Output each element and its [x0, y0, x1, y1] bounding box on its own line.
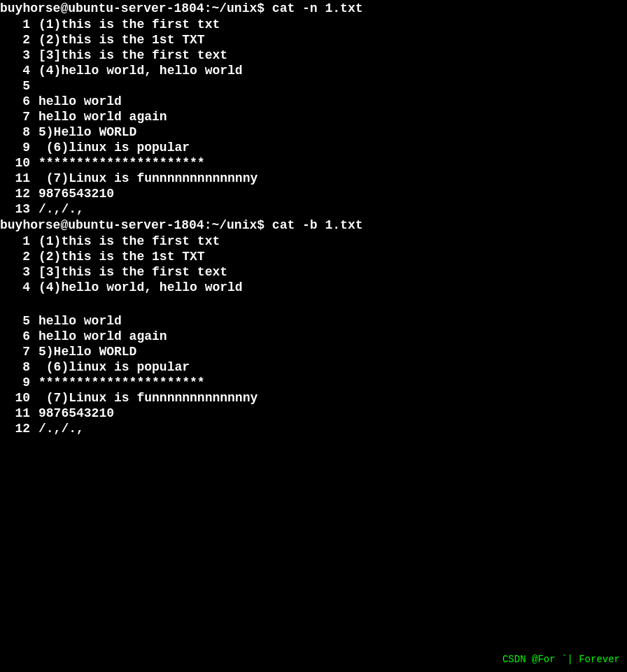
- table-row: 1(1)this is the first txt: [0, 17, 627, 32]
- table-row: 10 (7)Linux is funnnnnnnnnnnnny: [0, 390, 627, 406]
- prompt-line-2: buyhorse@ubuntu-server-1804:~/unix$ cat …: [0, 217, 627, 234]
- terminal-window: buyhorse@ubuntu-server-1804:~/unix$ cat …: [0, 0, 627, 436]
- line-number: 1: [0, 17, 38, 31]
- line-number: 12: [0, 187, 38, 201]
- line-content: (2)this is the 1st TXT: [38, 33, 205, 47]
- table-row: 5hello world: [0, 313, 627, 329]
- table-row: 2(2)this is the 1st TXT: [0, 32, 627, 48]
- line-content: (1)this is the first txt: [38, 234, 220, 248]
- watermark: CSDN @For `| Forever: [502, 654, 620, 665]
- line-content: 5)Hello WORLD: [38, 345, 136, 359]
- table-row: 75)Hello WORLD: [0, 344, 627, 359]
- line-number: 10: [0, 391, 38, 405]
- table-row: 6hello world: [0, 94, 627, 109]
- table-row: 2(2)this is the 1st TXT: [0, 249, 627, 264]
- line-content: 9876543210: [38, 187, 114, 201]
- table-row: 4(4)hello world, hello world: [0, 280, 627, 295]
- line-number: 2: [0, 33, 38, 47]
- line-number: 9: [0, 376, 38, 389]
- line-number: 8: [0, 360, 38, 374]
- table-row: 6hello world again: [0, 329, 627, 344]
- line-content: (7)Linux is funnnnnnnnnnnnny: [38, 171, 258, 185]
- line-content: **********************: [38, 376, 205, 389]
- line-content: (6)linux is popular: [38, 360, 190, 374]
- line-content: 9876543210: [38, 406, 114, 420]
- line-content: [3]this is the first text: [38, 265, 227, 279]
- line-number: 6: [0, 94, 38, 108]
- line-number: 4: [0, 64, 38, 78]
- line-content: /.,/.,: [38, 422, 84, 436]
- table-row: 9 (6)linux is popular: [0, 140, 627, 155]
- table-row: [0, 295, 627, 313]
- line-number: 7: [0, 110, 38, 124]
- line-number: 12: [0, 422, 38, 436]
- table-row: 12/.,/.,: [0, 421, 627, 436]
- line-content: 5)Hello WORLD: [38, 125, 136, 139]
- table-row: 129876543210: [0, 186, 627, 201]
- line-number: 3: [0, 48, 38, 62]
- line-content: /.,/.,: [38, 202, 84, 216]
- cat-b-output: 1(1)this is the first txt2(2)this is the…: [0, 234, 627, 436]
- table-row: 8 (6)linux is popular: [0, 359, 627, 375]
- line-content: [3]this is the first text: [38, 48, 227, 62]
- table-row: 13/.,/.,: [0, 201, 627, 217]
- line-number: 1: [0, 234, 38, 248]
- line-number: 8: [0, 125, 38, 139]
- line-number: 11: [0, 406, 38, 420]
- table-row: 9**********************: [0, 375, 627, 390]
- line-content: (2)this is the 1st TXT: [38, 250, 205, 264]
- line-number: 5: [0, 314, 38, 328]
- line-number: 7: [0, 345, 38, 359]
- line-content: (1)this is the first txt: [38, 17, 220, 31]
- line-content: (7)Linux is funnnnnnnnnnnnny: [38, 391, 258, 405]
- table-row: 3[3]this is the first text: [0, 264, 627, 280]
- line-number: 5: [0, 79, 38, 93]
- table-row: 11 (7)Linux is funnnnnnnnnnnnny: [0, 171, 627, 186]
- cat-n-output: 1(1)this is the first txt2(2)this is the…: [0, 17, 627, 217]
- line-content: hello world again: [38, 110, 167, 124]
- line-number: 2: [0, 250, 38, 264]
- prompt-line-1: buyhorse@ubuntu-server-1804:~/unix$ cat …: [0, 0, 627, 17]
- table-row: 3[3]this is the first text: [0, 48, 627, 63]
- line-content: (6)linux is popular: [38, 141, 190, 155]
- line-content: **********************: [38, 156, 205, 170]
- line-number: 9: [0, 141, 38, 155]
- line-content: hello world again: [38, 329, 167, 343]
- table-row: 119876543210: [0, 406, 627, 421]
- line-number: 10: [0, 156, 38, 170]
- table-row: 1(1)this is the first txt: [0, 234, 627, 249]
- line-content: hello world: [38, 94, 122, 108]
- line-number: 3: [0, 265, 38, 279]
- table-row: 4(4)hello world, hello world: [0, 63, 627, 78]
- line-number: 6: [0, 329, 38, 343]
- line-number: 11: [0, 171, 38, 185]
- table-row: 10**********************: [0, 155, 627, 171]
- table-row: 5: [0, 78, 627, 94]
- line-number: 13: [0, 202, 38, 216]
- line-content: (4)hello world, hello world: [38, 280, 243, 294]
- line-content: hello world: [38, 314, 122, 328]
- line-content: (4)hello world, hello world: [38, 64, 243, 78]
- line-number: 4: [0, 280, 38, 294]
- table-row: 85)Hello WORLD: [0, 124, 627, 140]
- table-row: 7hello world again: [0, 109, 627, 124]
